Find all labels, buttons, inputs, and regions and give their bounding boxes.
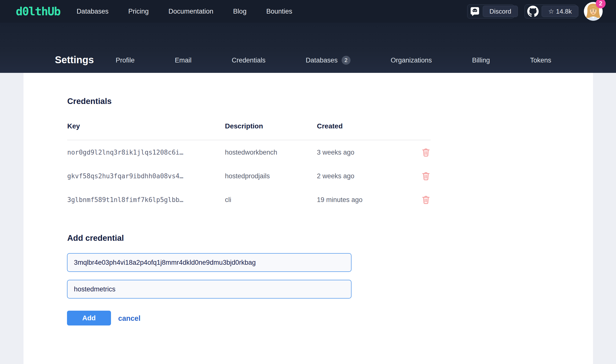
dolthub-logo[interactable]: d0lthUb (16, 5, 60, 18)
main-nav: Databases Pricing Documentation Blog Bou… (77, 8, 292, 15)
top-navbar: d0lthUb Databases Pricing Documentation … (0, 0, 616, 23)
credential-created: 3 weeks ago (317, 147, 354, 157)
star-icon: ☆ (548, 8, 554, 15)
tab-organizations[interactable]: Organizations (391, 57, 432, 64)
page-title: Settings (55, 54, 94, 65)
credential-description: hostedprodjails (225, 171, 270, 181)
nav-link-pricing[interactable]: Pricing (128, 8, 149, 15)
delete-credential-button[interactable] (421, 195, 431, 205)
credential-created: 19 minutes ago (317, 195, 363, 205)
navbar-right: Discord ☆ 14.8k (467, 2, 616, 21)
credential-key: gkvf58qs2hu3fqar9ibdhh0a08vs4… (67, 171, 183, 181)
settings-header-band: Settings Profile Email Credentials Datab… (0, 23, 616, 73)
notification-badge[interactable]: 2 (596, 0, 606, 8)
table-header-divider (67, 140, 431, 140)
settings-tabs: Profile Email Credentials Databases 2 Or… (116, 53, 551, 67)
settings-content-card: Credentials Key Description Created nor0… (23, 73, 593, 364)
nav-link-databases[interactable]: Databases (77, 8, 109, 15)
credential-key-input[interactable] (67, 253, 352, 272)
column-header-description: Description (225, 122, 263, 130)
nav-link-bounties[interactable]: Bounties (266, 8, 292, 15)
column-header-created: Created (317, 122, 343, 130)
nav-link-documentation[interactable]: Documentation (169, 8, 214, 15)
delete-credential-button[interactable] (421, 147, 431, 157)
tab-profile[interactable]: Profile (116, 57, 135, 64)
tab-billing[interactable]: Billing (472, 57, 490, 64)
tab-tokens[interactable]: Tokens (530, 57, 551, 64)
tab-credentials[interactable]: Credentials (232, 57, 265, 64)
tab-databases[interactable]: Databases 2 (306, 56, 351, 65)
credential-row: gkvf58qs2hu3fqar9ibdhh0a08vs4… hostedpro… (23, 171, 593, 181)
trash-icon (421, 195, 430, 205)
discord-label: Discord (483, 6, 518, 17)
column-header-key: Key (67, 122, 80, 130)
credential-key: 3glbnmf589t1nl8fimf7k6lp5glbb… (67, 195, 183, 205)
github-star-count: 14.8k (556, 8, 572, 15)
github-star-label: ☆ 14.8k (542, 6, 578, 17)
user-avatar[interactable]: 2 (584, 2, 603, 21)
cancel-link[interactable]: cancel (118, 314, 140, 323)
databases-count-badge: 2 (342, 56, 351, 65)
credential-description: cli (225, 195, 231, 205)
github-icon (527, 6, 539, 17)
add-credential-heading: Add credential (67, 233, 124, 243)
credential-row: 3glbnmf589t1nl8fimf7k6lp5glbb… cli 19 mi… (23, 195, 593, 205)
nav-link-blog[interactable]: Blog (233, 8, 246, 15)
discord-button[interactable]: Discord (467, 4, 514, 19)
dolthub-settings-page: d0lthUb Databases Pricing Documentation … (0, 0, 616, 364)
trash-icon (421, 147, 430, 157)
delete-credential-button[interactable] (421, 171, 431, 181)
add-button[interactable]: Add (67, 311, 111, 325)
credential-description: hostedworkbench (225, 147, 277, 157)
credential-key: nor0gd9l2lnq3r8ik1jlqs1208c6i… (67, 147, 183, 157)
tab-email[interactable]: Email (175, 57, 192, 64)
github-star-button[interactable]: ☆ 14.8k (525, 4, 577, 19)
credentials-heading: Credentials (67, 97, 112, 106)
credential-row: nor0gd9l2lnq3r8ik1jlqs1208c6i… hostedwor… (23, 147, 593, 157)
trash-icon (421, 171, 430, 181)
credential-description-input[interactable] (67, 280, 352, 299)
credential-created: 2 weeks ago (317, 171, 354, 181)
discord-icon (470, 6, 480, 16)
